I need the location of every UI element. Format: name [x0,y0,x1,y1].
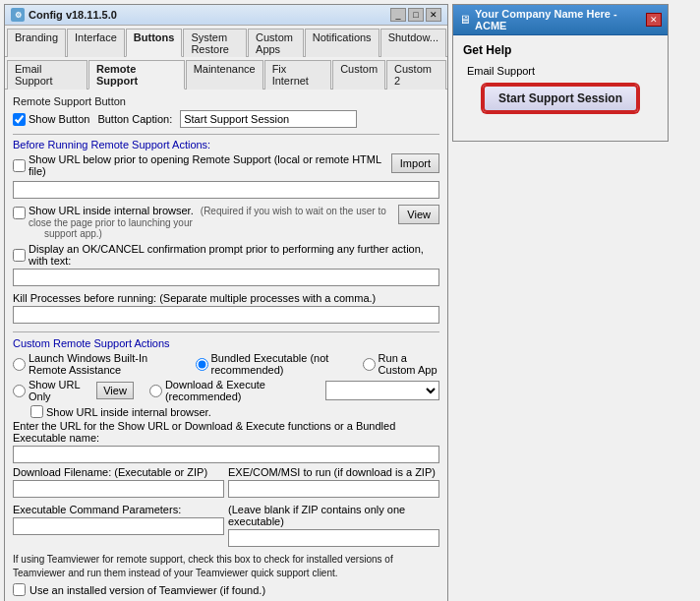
exec-params-row: Executable Command Parameters: (Leave bl… [13,504,439,550]
ok-cancel-checkbox[interactable] [13,249,26,262]
show-url-internal-browser-text: Show URL inside internal browser. [46,406,211,418]
tab-email-support[interactable]: Email Support [7,60,88,90]
tab-notifications[interactable]: Notifications [305,29,379,57]
bundled-executable-radio-label[interactable]: Bundled Executable (not recommended) [196,352,347,376]
radio-row-1: Launch Windows Built-In Remote Assistanc… [13,352,439,376]
show-url-internal-browser-label[interactable]: Show URL inside internal browser. [30,405,439,418]
ok-cancel-row: Display an OK/CANCEL confirmation prompt… [13,243,439,267]
kill-processes-input[interactable] [13,306,439,324]
url-input-1[interactable] [13,181,439,199]
bundled-executable-radio[interactable] [196,358,208,371]
ok-cancel-checkbox-label[interactable]: Display an OK/CANCEL confirmation prompt… [13,243,439,267]
exec-params-input[interactable] [13,517,224,535]
teamviewer-check-text: Use an installed version of Teamviewer (… [29,584,265,596]
remote-support-button-label: Remote Support Button [13,95,439,107]
show-url-checkbox[interactable] [13,159,26,172]
show-url-text: Show URL below prior to opening Remote S… [29,153,385,177]
exe-com-msi-col: EXE/COM/MSI to run (if download is a ZIP… [228,466,439,501]
url-label: Enter the URL for the Show URL or Downlo… [13,420,439,444]
show-button-text: Show Button [29,113,89,125]
title-bar-left: ⚙ Config v18.11.5.0 [11,8,117,22]
bundled-executable-text: Bundled Executable (not recommended) [211,352,347,376]
content-area: Remote Support Button Show Button Button… [5,90,447,601]
download-execute-radio-label[interactable]: Download & Execute (recommended) [149,379,311,402]
teamviewer-text: If using Teamviewer for remote support, … [13,553,439,580]
popup-title-left: 🖥 Your Company Name Here - ACME [459,8,646,31]
run-custom-app-radio[interactable] [363,358,376,371]
kill-processes-label: Kill Processes before running: (Separate… [13,292,439,304]
download-filename-col: Download Filename: (Executable or ZIP) [13,466,224,501]
download-execute-text: Download & Execute (recommended) [165,379,311,402]
popup-content: Get Help Email Support Start Support Ses… [453,35,668,120]
launch-windows-text: Launch Windows Built-In Remote Assistanc… [29,352,180,376]
tab-remote-support[interactable]: Remote Support [88,60,185,90]
show-url-only-text: Show URL Only [29,379,88,402]
show-url-internal-checkbox[interactable] [13,207,26,219]
tab-fix-internet[interactable]: Fix Internet [264,60,332,90]
launch-windows-radio[interactable] [13,358,26,371]
leave-blank-col: (Leave blank if ZIP contains only one ex… [228,504,439,550]
maximize-button[interactable]: □ [408,8,424,22]
button-caption-label: Button Caption: [97,113,172,125]
popup-window: 🖥 Your Company Name Here - ACME ✕ Get He… [452,4,669,142]
tab-branding[interactable]: Branding [7,29,66,57]
ok-cancel-text: Display an OK/CANCEL confirmation prompt… [29,243,439,267]
download-filename-input[interactable] [13,480,224,498]
tab-row-1: Branding Interface Buttons System Restor… [5,26,447,57]
teamviewer-checkbox[interactable] [13,583,26,596]
download-exe-row: Download Filename: (Executable or ZIP) E… [13,466,439,501]
show-url-internal-label[interactable]: Show URL inside internal browser. (Requi… [13,205,392,239]
config-icon: ⚙ [11,8,25,22]
popup-email-support[interactable]: Email Support [463,63,658,79]
popup-section-title: Get Help [463,43,658,57]
run-custom-app-text: Run a Custom App [379,352,439,376]
popup-title-bar: 🖥 Your Company Name Here - ACME ✕ [453,5,668,35]
tab-row-2: Email Support Remote Support Maintenance… [5,57,447,90]
teamviewer-check-row: Use an installed version of Teamviewer (… [13,583,439,596]
tab-custom-apps[interactable]: Custom Apps [248,29,304,57]
ok-cancel-input[interactable] [13,269,439,286]
radio-row-2: Show URL Only View Download & Execute (r… [13,379,439,402]
show-url-only-radio-label[interactable]: Show URL Only [13,379,88,402]
show-button-checkbox[interactable] [13,113,26,126]
download-filename-label: Download Filename: (Executable or ZIP) [13,466,224,478]
main-window: ⚙ Config v18.11.5.0 _ □ ✕ Branding Inter… [4,4,448,601]
main-title: Config v18.11.5.0 [29,9,117,21]
exec-params-col: Executable Command Parameters: [13,504,224,550]
tab-interface[interactable]: Interface [67,29,125,57]
show-url-only-radio[interactable] [13,385,26,397]
tab-shutdown[interactable]: Shutdow... [380,29,446,57]
exe-com-msi-label: EXE/COM/MSI to run (if download is a ZIP… [228,466,439,478]
tab-system-restore[interactable]: System Restore [183,29,247,57]
show-url-internal-browser-row: Show URL inside internal browser. [13,405,439,418]
run-custom-app-radio-label[interactable]: Run a Custom App [363,352,439,376]
popup-close-button[interactable]: ✕ [646,13,662,27]
tab-custom2[interactable]: Custom 2 [386,60,446,90]
minimize-button[interactable]: _ [390,8,406,22]
start-support-session-button[interactable]: Start Support Session [483,85,638,112]
button-caption-input[interactable] [180,110,357,128]
url-input-2[interactable] [13,446,439,463]
custom-actions-label: Custom Remote Support Actions [13,337,439,349]
tab-buttons[interactable]: Buttons [126,29,183,57]
show-url-internal-browser-checkbox[interactable] [30,405,43,418]
close-button[interactable]: ✕ [426,8,441,22]
download-execute-radio[interactable] [149,385,162,397]
exe-com-msi-input[interactable] [228,480,439,498]
launch-windows-radio-label[interactable]: Launch Windows Built-In Remote Assistanc… [13,352,180,376]
view-button[interactable]: View [398,205,439,224]
leave-blank-input[interactable] [228,529,439,547]
before-running-label: Before Running Remote Support Actions: [13,139,439,150]
show-url-checkbox-label[interactable]: Show URL below prior to opening Remote S… [13,153,385,177]
import-button[interactable]: Import [391,153,439,173]
title-controls: _ □ ✕ [390,8,441,22]
show-url-internal-desc2: support app.) [29,228,392,239]
show-url-internal-text: Show URL inside internal browser. (Requi… [29,205,392,239]
popup-title-text: Your Company Name Here - ACME [475,8,646,31]
popup-highlighted-btn-wrapper: Start Support Session [463,83,658,112]
tab-maintenance[interactable]: Maintenance [186,60,263,90]
tab-custom[interactable]: Custom [332,60,385,90]
custom-app-select[interactable] [325,381,439,400]
show-button-checkbox-label[interactable]: Show Button [13,113,89,126]
view-button-2[interactable]: View [96,382,134,399]
